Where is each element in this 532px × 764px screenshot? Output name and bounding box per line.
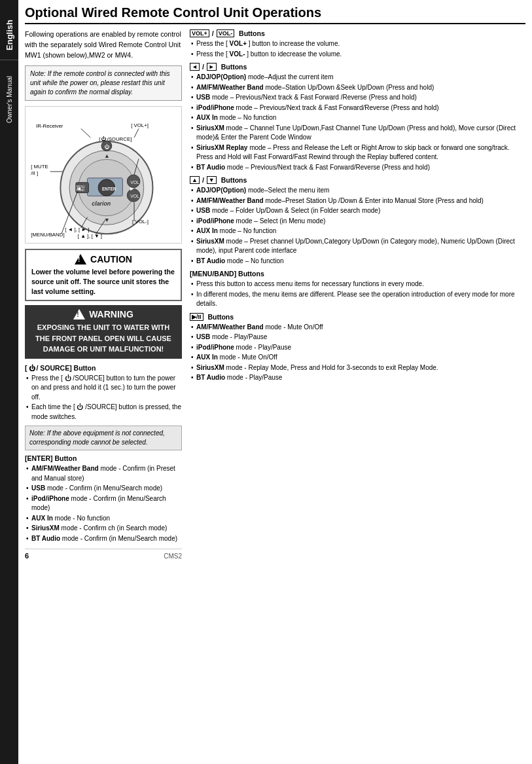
list-item: AUX In mode - No function <box>25 514 182 524</box>
source-bullet-list: Press the [ ⏻ /SOURCE] button to turn th… <box>25 374 182 422</box>
vol-buttons-section: VOL+ / VOL- Buttons Press the [ VOL+ ] b… <box>190 29 525 59</box>
device-diagram: IR-Receiver [ VOL+] [ ⏻/SOURCE] [ENTER] … <box>25 106 182 244</box>
caution-triangle-icon <box>75 254 86 264</box>
right-column: VOL+ / VOL- Buttons Press the [ VOL+ ] b… <box>190 29 525 560</box>
caution-header: CAUTION <box>31 254 175 264</box>
svg-text:VOL: VOL <box>130 180 139 185</box>
source-button-header: [ ⏻/ SOURCE] Button <box>25 364 182 372</box>
list-item: Each time the [ ⏻ /SOURCE] button is pre… <box>25 403 182 422</box>
warning-triangle-icon <box>73 309 85 319</box>
mute-buttons-label: Buttons <box>206 313 234 321</box>
list-item: AUX In mode - Mute On/Off <box>190 353 525 363</box>
list-item: SiriusXM mode – Preset channel Up/Down,C… <box>190 237 525 256</box>
down-arrow-icon: ▼ <box>207 176 217 184</box>
list-item: SiriusXM mode - Confirm ch (in Search mo… <box>25 524 182 534</box>
slash-divider2: / <box>202 63 204 71</box>
vol-plus-icon: VOL+ <box>190 29 209 37</box>
menu-band-bullet-list: Press this button to access menu items f… <box>190 280 525 309</box>
list-item: Press this button to access menu items f… <box>190 280 525 289</box>
main-content: Optional Wired Remote Control Unit Opera… <box>18 0 532 764</box>
svg-text:VOL: VOL <box>130 194 139 199</box>
vol-bullet-list: Press the [ VOL+ ] button to increase th… <box>190 39 525 59</box>
svg-text:clarion: clarion <box>92 200 111 207</box>
svg-text:[ ◄ ], [ ► ]: [ ◄ ], [ ► ] <box>65 227 89 232</box>
svg-text:▲: ▲ <box>104 153 110 159</box>
list-item: SiriusXM mode - Replay Mode, Press and H… <box>190 363 525 373</box>
cms-label: CMS2 <box>164 553 182 560</box>
ud-buttons-header: ▲ / ▼ Buttons <box>190 176 525 184</box>
list-item: AUX In mode – No function <box>190 113 525 123</box>
note-intro-text: Note: If the remote control is connected… <box>30 70 169 96</box>
list-item: BT Audio mode - Play/Pause <box>190 373 525 383</box>
list-item: AUX In mode – No function <box>190 227 525 236</box>
list-item: AM/FM/Weather Band mode–Preset Station U… <box>190 196 525 206</box>
warning-label: WARNING <box>89 309 133 319</box>
svg-text:⏻: ⏻ <box>105 144 110 150</box>
svg-text:►: ► <box>129 185 135 192</box>
svg-text:IR-Receiver: IR-Receiver <box>36 124 63 130</box>
vol-buttons-header: VOL+ / VOL- Buttons <box>190 29 525 37</box>
list-item: Press the [ VOL+ ] button to increase th… <box>190 39 525 49</box>
svg-text:ENTER: ENTER <box>102 187 116 191</box>
note-source-box: Note: If the above equipment is not conn… <box>25 426 182 450</box>
svg-text:[ MUTE: [ MUTE <box>31 164 48 170</box>
list-item: USB mode – Previous/Next track & Fast Fo… <box>190 93 525 103</box>
warning-text: EXPOSING THE UNIT TO WATER WITH THE FRON… <box>30 322 177 355</box>
mute-buttons-section: ▶/II Buttons AM/FM/Weather Band mode - M… <box>190 313 525 383</box>
list-item: AM/FM/Weather Band mode - Mute On/Off <box>190 323 525 333</box>
menu-band-header: [MENU/BAND] Buttons <box>190 270 525 278</box>
up-arrow-icon: ▲ <box>190 176 200 184</box>
svg-text:[ VOL+]: [ VOL+] <box>131 123 149 129</box>
list-item: USB mode - Confirm (in Menu/Search mode) <box>25 484 182 494</box>
lr-buttons-label: Buttons <box>219 63 247 71</box>
list-item: iPod/iPhone mode – Previous/Next track &… <box>190 103 525 113</box>
mute-buttons-header: ▶/II Buttons <box>190 313 525 321</box>
right-arrow-icon: ► <box>207 63 217 71</box>
list-item: SiriusXM Replay mode – Press and Release… <box>190 143 525 162</box>
enter-bullet-list: AM/FM/Weather Band mode - Confirm (in Pr… <box>25 464 182 543</box>
list-item: USB mode - Play/Pause <box>190 333 525 342</box>
sidebar-language-label: English <box>5 13 14 57</box>
list-item: BT Audio mode – Previous/Next track & Fa… <box>190 163 525 173</box>
left-column: Following operations are enabled by remo… <box>25 29 182 560</box>
svg-line-0 <box>81 129 91 138</box>
two-column-layout: Following operations are enabled by remo… <box>25 29 525 560</box>
list-item: BT Audio mode - Confirm (in Menu/Search … <box>25 534 182 544</box>
list-item: ADJ/OP(Option) mode–Adjust the current i… <box>190 73 525 82</box>
intro-paragraph: Following operations are enabled by remo… <box>25 29 182 60</box>
list-item: Press the [ ⏻ /SOURCE] button to turn th… <box>25 374 182 403</box>
list-item: BT Audio mode – No function <box>190 257 525 266</box>
menu-band-section: [MENU/BAND] Buttons Press this button to… <box>190 270 525 309</box>
diagram-svg: IR-Receiver [ VOL+] [ ⏻/SOURCE] [ENTER] … <box>29 111 177 239</box>
list-item: iPod/iPhone mode - Confirm (in Menu/Sear… <box>25 494 182 513</box>
note-source-text: Note: If the above equipment is not conn… <box>29 429 165 446</box>
ud-buttons-label: Buttons <box>219 176 247 184</box>
list-item: USB mode – Folder Up/Down & Select (in F… <box>190 206 525 216</box>
menu-band-header-text: [MENU/BAND] Buttons <box>190 270 264 278</box>
list-item: AM/FM/Weather Band mode - Confirm (in Pr… <box>25 464 182 483</box>
mute-bullet-list: AM/FM/Weather Band mode - Mute On/Off US… <box>190 323 525 383</box>
ud-buttons-section: ▲ / ▼ Buttons ADJ/OP(Option) mode–Select… <box>190 176 525 266</box>
left-arrow-icon: ◄ <box>190 63 200 71</box>
lr-bullet-list: ADJ/OP(Option) mode–Adjust the current i… <box>190 73 525 172</box>
page-title: Optional Wired Remote Control Unit Opera… <box>25 5 525 24</box>
lr-buttons-header: ◄ / ► Buttons <box>190 63 525 71</box>
caution-text: Lower the volume level before powering t… <box>31 267 175 296</box>
caution-box: CAUTION Lower the volume level before po… <box>25 249 182 301</box>
mute-icon: ▶/II <box>190 313 204 321</box>
svg-text:[ ▲ ], [ ▼ ]: [ ▲ ], [ ▼ ] <box>78 233 102 239</box>
vol-buttons-label: Buttons <box>237 29 265 37</box>
svg-text:[MENU/BAND]: [MENU/BAND] <box>31 232 64 238</box>
warning-box: WARNING EXPOSING THE UNIT TO WATER WITH … <box>25 305 182 359</box>
list-item: SiriusXM mode – Channel Tune Up/Down,Fas… <box>190 124 525 143</box>
svg-text:/II ]: /II ] <box>31 170 38 176</box>
page-number: 6 <box>25 552 29 560</box>
sidebar-manual-label: Owner's Manual <box>6 69 13 130</box>
list-item: Press the [ VOL- ] button to idecrease t… <box>190 50 525 60</box>
enter-button-header: [ENTER] Button <box>25 454 182 462</box>
list-item: In different modes, the menu items are d… <box>190 290 525 309</box>
sidebar-divider <box>0 60 18 60</box>
list-item: ADJ/OP(Option) mode–Select the menu item <box>190 186 525 196</box>
vol-minus-icon: VOL- <box>217 29 235 37</box>
page-footer: 6 CMS2 <box>25 549 182 560</box>
